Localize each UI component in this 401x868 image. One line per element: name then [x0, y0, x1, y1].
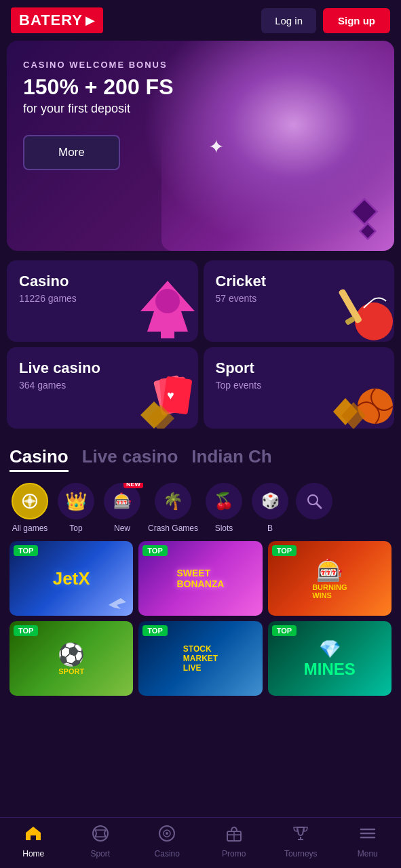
- login-button[interactable]: Log in: [261, 8, 316, 33]
- banner-diamonds: [355, 202, 374, 237]
- new-icon: 🎰 NEW: [104, 483, 140, 519]
- logo-arrow-icon: ▶: [85, 13, 95, 28]
- sport-nav-icon: [92, 825, 109, 846]
- svg-point-1: [155, 289, 180, 313]
- bottom-spacer: [0, 703, 401, 757]
- game-card-bonanza[interactable]: TOP SWEETBONANZA: [138, 541, 262, 616]
- banner-title-line2: for your first deposit: [23, 102, 378, 116]
- category-card-sport[interactable]: Sport Top events: [204, 347, 395, 429]
- svg-point-20: [166, 832, 168, 835]
- header-buttons: Log in Sign up: [261, 8, 390, 33]
- search-games-button[interactable]: [296, 483, 332, 519]
- nav-promo[interactable]: Promo: [214, 825, 254, 859]
- category-card-cricket[interactable]: Cricket 57 events: [204, 260, 395, 342]
- category-card-livecasino[interactable]: Live casino 364 games ♥: [7, 347, 198, 429]
- gameCat-top[interactable]: 👑 Top: [56, 483, 96, 533]
- gameCat-b[interactable]: 🎲 B: [250, 483, 290, 533]
- cricket-ball-icon: [333, 277, 394, 342]
- top-badge-jetx: TOP: [14, 545, 38, 556]
- new-label: New: [114, 524, 130, 533]
- promo-nav-label: Promo: [222, 849, 246, 859]
- diamond-small-icon: [359, 222, 376, 239]
- livecasino-cards-icon: ♥: [137, 364, 198, 429]
- nav-sport[interactable]: Sport: [80, 825, 121, 859]
- sport2-label: SPORT: [58, 667, 84, 675]
- more-button[interactable]: More: [23, 135, 120, 170]
- casino-spade-icon: [137, 277, 198, 342]
- crosshair-icon: ✦: [208, 136, 224, 158]
- nav-casino[interactable]: Casino: [147, 825, 187, 859]
- logo-text: BATERY: [19, 12, 83, 29]
- banner-title-line1: 150% + 200 FS: [23, 75, 378, 99]
- slots-label: Slots: [215, 524, 233, 533]
- top-badge-burning: TOP: [272, 545, 297, 556]
- tourneys-icon: [292, 825, 309, 846]
- menu-icon: [359, 825, 377, 846]
- allgames-label: All games: [12, 524, 48, 533]
- top-label: Top: [69, 524, 82, 533]
- section-tabs: Casino Live casino Indian Ch: [9, 446, 392, 472]
- gameCat-allgames[interactable]: All games: [9, 483, 50, 533]
- game-category-row: All games 👑 Top 🎰 NEW New 🌴 Crash Games …: [9, 483, 392, 541]
- game-grid: TOP JetX TOP SWEETBONANZA TOP 🎰 BURNINGW…: [9, 541, 392, 703]
- new-badge: NEW: [123, 483, 143, 488]
- game-card-mines[interactable]: TOP 💎 MINES: [268, 621, 392, 696]
- top-badge-stock: TOP: [142, 625, 167, 636]
- top-badge-bonanza: TOP: [142, 545, 167, 556]
- banner-label: CASINO WELCOME BONUS: [23, 60, 378, 70]
- b-label: B: [267, 524, 273, 533]
- game-card-stock[interactable]: TOP STOCKMARKETLIVE: [138, 621, 262, 696]
- crash-label: Crash Games: [148, 524, 198, 533]
- top-badge-sport2: TOP: [14, 625, 38, 636]
- nav-home[interactable]: Home: [13, 825, 54, 859]
- category-grid: Casino 11226 games Cricket 57 events Liv…: [7, 260, 394, 429]
- gameCat-slots[interactable]: 🍒 Slots: [204, 483, 244, 533]
- gameCat-crashgames[interactable]: 🌴 Crash Games: [148, 483, 198, 533]
- tab-indianch[interactable]: Indian Ch: [191, 446, 271, 472]
- bonanza-label: SWEETBONANZA: [176, 568, 224, 589]
- mines-label: MINES: [304, 660, 356, 679]
- tourneys-nav-label: Tourneys: [284, 849, 318, 859]
- signup-button[interactable]: Sign up: [323, 8, 390, 33]
- diamond-icon: [351, 198, 378, 225]
- top-badge-mines: TOP: [272, 625, 297, 636]
- crash-icon: 🌴: [155, 483, 191, 519]
- game-card-sport[interactable]: TOP ⚽ SPORT: [9, 621, 133, 696]
- category-card-casino[interactable]: Casino 11226 games: [7, 260, 198, 342]
- top-icon: 👑: [58, 483, 94, 519]
- b-icon: 🎲: [252, 483, 288, 519]
- stock-label: STOCKMARKETLIVE: [183, 644, 218, 673]
- allgames-icon: [12, 483, 48, 519]
- gameCat-new[interactable]: 🎰 NEW New: [102, 483, 142, 533]
- welcome-banner: ✦ CASINO WELCOME BONUS 150% + 200 FS for…: [7, 41, 394, 251]
- svg-line-16: [317, 504, 322, 509]
- burning-label: BURNINGWINS: [312, 583, 347, 599]
- casino-section: Casino Live casino Indian Ch All games 👑…: [0, 439, 401, 703]
- home-label: Home: [22, 849, 44, 859]
- promo-icon: [225, 825, 243, 846]
- svg-point-17: [93, 826, 108, 841]
- menu-nav-label: Menu: [358, 849, 378, 859]
- tab-livecasino[interactable]: Live casino: [82, 446, 178, 472]
- sport-nav-label: Sport: [90, 849, 110, 859]
- svg-text:♥: ♥: [167, 389, 174, 402]
- nav-menu[interactable]: Menu: [347, 825, 388, 859]
- logo[interactable]: BATERY ▶: [11, 7, 103, 33]
- game-card-burning[interactable]: TOP 🎰 BURNINGWINS: [268, 541, 392, 616]
- home-icon: [24, 825, 42, 846]
- jetx-label: JetX: [53, 568, 90, 589]
- tab-casino[interactable]: Casino: [9, 446, 69, 472]
- header: BATERY ▶ Log in Sign up: [0, 0, 401, 41]
- casino-nav-icon: [158, 825, 176, 846]
- slots-icon: 🍒: [206, 483, 242, 519]
- nav-tourneys[interactable]: Tourneys: [280, 825, 321, 859]
- casino-nav-label: Casino: [155, 849, 180, 859]
- bottom-nav: Home Sport Casino: [0, 817, 401, 868]
- game-card-jetx[interactable]: TOP JetX: [9, 541, 133, 616]
- sport-ball-icon: [333, 364, 394, 429]
